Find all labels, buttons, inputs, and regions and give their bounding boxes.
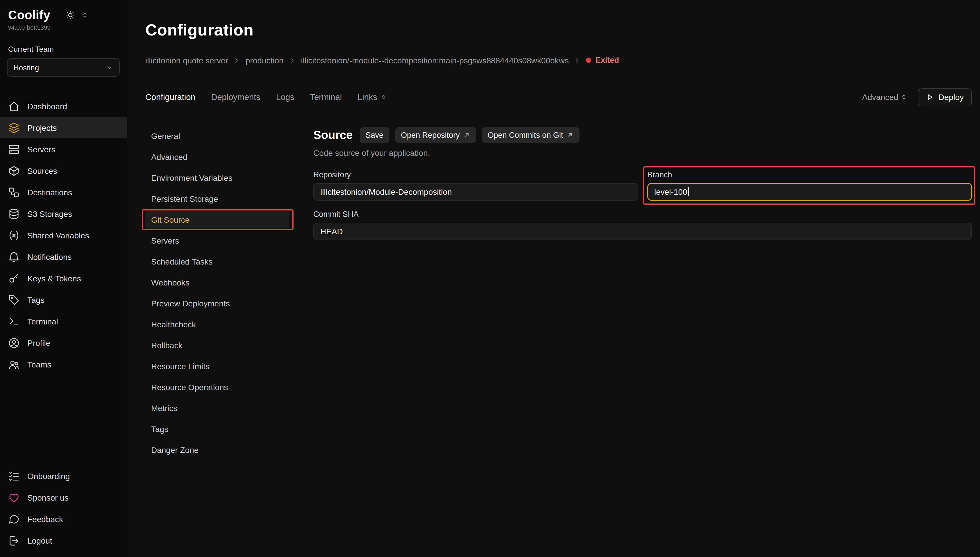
sidebar: Coolify v4.0.0-beta.399 Current Team Hos… [0, 0, 127, 557]
heart-icon [8, 492, 20, 503]
subnav-item-healthcheck[interactable]: Healthcheck [145, 316, 289, 333]
subnav-item-git-source[interactable]: Git Source [145, 211, 289, 228]
sidebar-item-teams[interactable]: Teams [0, 353, 127, 375]
subnav-item-servers[interactable]: Servers [145, 232, 289, 249]
theme-toggle-sun-icon[interactable] [65, 10, 75, 20]
sidebar-item-logout[interactable]: Logout [0, 530, 127, 551]
sidebar-item-feedback[interactable]: Feedback [0, 508, 127, 530]
repository-input[interactable] [313, 183, 638, 200]
sidebar-spacer [0, 375, 127, 446]
chevron-right-icon [233, 57, 241, 64]
tab-deployments[interactable]: Deployments [211, 93, 260, 102]
configuration-content: General Advanced Environment Variables P… [145, 127, 972, 557]
repository-label: Repository [313, 170, 638, 179]
chevrons-up-down-icon[interactable] [81, 11, 89, 19]
breadcrumb-project[interactable]: illicitonion quote server [145, 55, 228, 65]
subnav-item-persistent-storage[interactable]: Persistent Storage [145, 190, 289, 207]
list-checks-icon [8, 470, 20, 482]
variable-icon [8, 230, 20, 241]
sidebar-item-onboarding[interactable]: Onboarding [0, 465, 127, 487]
sidebar-item-profile[interactable]: Profile [0, 332, 127, 353]
subnav-item-resource-operations[interactable]: Resource Operations [145, 378, 289, 396]
chevron-right-icon [289, 57, 296, 64]
sidebar-item-destinations[interactable]: Destinations [0, 181, 127, 203]
commit-sha-field-group: Commit SHA [313, 210, 972, 557]
sidebar-item-projects[interactable]: Projects [0, 117, 127, 138]
sidebar-item-s3-storages[interactable]: S3 Storages [0, 203, 127, 225]
open-repository-button[interactable]: Open Repository [395, 127, 476, 143]
main-content: Configuration illicitonion quote server … [127, 0, 980, 557]
home-icon [8, 100, 20, 112]
text-cursor [688, 187, 689, 196]
sidebar-item-shared-variables[interactable]: Shared Variables [0, 225, 127, 246]
current-team-label: Current Team [0, 45, 127, 54]
branch-input[interactable]: level-100 [647, 183, 972, 200]
subnav-item-general[interactable]: General [145, 127, 289, 145]
logout-icon [8, 534, 20, 546]
open-commits-button[interactable]: Open Commits on Git [482, 127, 580, 143]
breadcrumb-application[interactable]: illicitestonion/-module--decomposition:m… [301, 55, 569, 65]
sidebar-item-sources[interactable]: Sources [0, 160, 127, 181]
subnav-item-preview-deployments[interactable]: Preview Deployments [145, 295, 289, 312]
sidebar-item-notifications[interactable]: Notifications [0, 246, 127, 267]
team-select-value: Hosting [13, 63, 39, 72]
subnav-item-resource-limits[interactable]: Resource Limits [145, 357, 289, 375]
save-button[interactable]: Save [360, 127, 390, 143]
commit-sha-input[interactable] [313, 222, 972, 240]
coolify-app: Coolify v4.0.0-beta.399 Current Team Hos… [0, 0, 980, 557]
repository-field-group: Repository [313, 170, 638, 200]
user-circle-icon [8, 337, 20, 349]
users-icon [8, 358, 20, 370]
sidebar-item-keys-tokens[interactable]: Keys & Tokens [0, 267, 127, 289]
commit-sha-label: Commit SHA [313, 210, 972, 218]
sidebar-item-servers[interactable]: Servers [0, 138, 127, 160]
tab-terminal[interactable]: Terminal [310, 93, 342, 102]
sidebar-item-tags[interactable]: Tags [0, 289, 127, 311]
chevrons-up-down-icon [900, 94, 908, 101]
subnav-item-advanced[interactable]: Advanced [145, 148, 289, 165]
tag-icon [8, 294, 20, 306]
repo-branch-row: Repository Branch level-100 [313, 170, 972, 200]
subnav-item-webhooks[interactable]: Webhooks [145, 274, 289, 291]
sidebar-footer-nav: Onboarding Sponsor us Feedback Logout [0, 465, 127, 551]
tab-bar-actions: Advanced Deploy [862, 88, 972, 106]
breadcrumb: illicitonion quote server production ill… [145, 55, 972, 65]
status-label: Exited [595, 56, 619, 65]
tabs: Configuration Deployments Logs Terminal … [145, 93, 387, 102]
subnav-item-rollback[interactable]: Rollback [145, 336, 289, 354]
layers-icon [8, 122, 20, 134]
tab-logs[interactable]: Logs [276, 93, 294, 102]
app-version: v4.0.0-beta.399 [0, 22, 127, 31]
arrow-up-right-icon [463, 131, 470, 138]
team-select[interactable]: Hosting [7, 58, 120, 77]
sidebar-item-terminal[interactable]: Terminal [0, 311, 127, 332]
subnav-item-metrics[interactable]: Metrics [145, 399, 289, 417]
subnav-item-scheduled-tasks[interactable]: Scheduled Tasks [145, 252, 289, 270]
sidebar-item-sponsor-us[interactable]: Sponsor us [0, 487, 127, 508]
subnav-item-tags[interactable]: Tags [145, 420, 289, 438]
subnav-item-danger-zone[interactable]: Danger Zone [145, 441, 289, 458]
branch-label: Branch [647, 170, 972, 179]
box-icon [8, 165, 20, 176]
chevrons-up-down-icon [380, 94, 387, 101]
message-circle-icon [8, 513, 20, 525]
tab-configuration[interactable]: Configuration [145, 93, 196, 102]
git-source-panel: Source Save Open Repository Open Commits… [313, 127, 972, 557]
deploy-button[interactable]: Deploy [918, 88, 972, 106]
advanced-dropdown[interactable]: Advanced [862, 93, 908, 102]
branch-field-group: Branch level-100 [647, 170, 972, 200]
subnav-item-environment-variables[interactable]: Environment Variables [145, 169, 289, 186]
breadcrumb-environment[interactable]: production [245, 55, 284, 65]
config-subnav: General Advanced Environment Variables P… [145, 127, 289, 557]
tab-links[interactable]: Links [358, 93, 387, 102]
status-dot-icon [586, 57, 592, 63]
source-description: Code source of your application. [313, 148, 972, 157]
tab-bar: Configuration Deployments Logs Terminal … [145, 88, 972, 106]
status-badge: Exited [586, 56, 619, 65]
sidebar-item-dashboard[interactable]: Dashboard [0, 95, 127, 117]
workflow-icon [8, 186, 20, 198]
terminal-icon [8, 316, 20, 327]
arrow-up-right-icon [566, 131, 574, 138]
bell-icon [8, 251, 20, 262]
key-icon [8, 272, 20, 284]
